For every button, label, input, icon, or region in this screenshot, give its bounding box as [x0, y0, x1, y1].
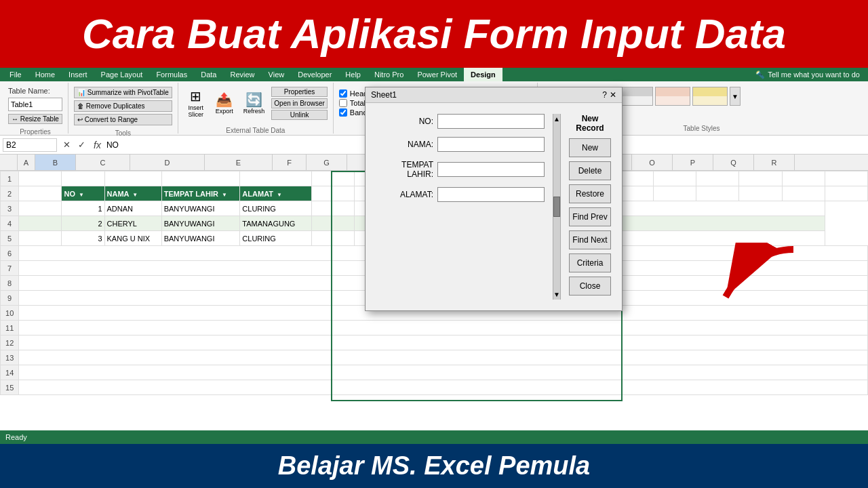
header-row-checkbox[interactable] [339, 89, 347, 98]
tempat-dropdown[interactable]: ▼ [222, 192, 227, 198]
properties-button[interactable]: Properties [271, 87, 327, 97]
export-button[interactable]: 📤 Export [212, 87, 237, 120]
tab-data[interactable]: Data [194, 68, 223, 81]
cell-N1[interactable] [654, 171, 696, 186]
cell-C1[interactable] [104, 171, 161, 186]
style-swatch-3[interactable] [618, 87, 653, 106]
cell-A3[interactable] [19, 201, 62, 216]
col-header-B[interactable]: B [35, 155, 76, 170]
cell-E4[interactable]: TAMANAGUNG [240, 216, 311, 231]
tab-view[interactable]: View [262, 68, 292, 81]
cell-E1[interactable] [240, 171, 311, 186]
style-dropdown-arrow[interactable]: ▼ [730, 87, 741, 106]
col-header-E[interactable]: E [205, 155, 273, 170]
cell-E3[interactable]: CLURING [240, 201, 311, 216]
dialog-scrollbar[interactable]: ▲ ▼ [553, 114, 561, 300]
cell-P1[interactable] [739, 171, 782, 186]
cell-D3[interactable]: BANYUWANGI [161, 201, 240, 216]
scroll-up-arrow[interactable]: ▲ [553, 115, 560, 123]
col-header-Q[interactable]: Q [713, 155, 754, 170]
cell-reference-box[interactable] [3, 138, 57, 152]
cell-B1[interactable] [62, 171, 104, 186]
tab-help[interactable]: Help [338, 68, 368, 81]
cancel-formula-button[interactable]: ✕ [60, 138, 73, 152]
cell-F2[interactable] [311, 186, 354, 201]
tab-power-pivot[interactable]: Power Pivot [410, 68, 464, 81]
cell-F3[interactable] [311, 201, 354, 216]
cell-C3[interactable]: ADNAN [104, 201, 161, 216]
convert-to-range-button[interactable]: ↩ Convert to Range [74, 114, 172, 125]
delete-button[interactable]: Delete [569, 161, 611, 180]
find-prev-button[interactable]: Find Prev [569, 207, 611, 226]
col-header-F[interactable]: F [273, 155, 307, 170]
new-button[interactable]: New [569, 138, 611, 157]
dialog-help-button[interactable]: ? [602, 90, 607, 100]
close-button[interactable]: Close [569, 277, 611, 296]
cell-A2[interactable] [19, 186, 62, 201]
restore-button[interactable]: Restore [569, 184, 611, 203]
alamat-field-input[interactable] [437, 187, 545, 202]
banded-rows-checkbox[interactable] [339, 108, 347, 117]
insert-slicer-button[interactable]: ⊞ InsertSlicer [184, 87, 208, 120]
cell-D5[interactable]: BANYUWANGI [161, 231, 240, 246]
col-header-D[interactable]: D [130, 155, 205, 170]
open-in-browser-button[interactable]: Open in Browser [271, 98, 327, 108]
cell-C2-nama[interactable]: NAMA ▼ [104, 186, 161, 201]
tab-design[interactable]: Design [464, 68, 502, 81]
tab-file[interactable]: File [3, 68, 28, 81]
cell-row11[interactable] [19, 321, 868, 336]
cell-C4[interactable]: CHERYL [104, 216, 161, 231]
cell-A5[interactable] [19, 231, 62, 246]
cell-O2[interactable] [696, 186, 739, 201]
cell-A1[interactable] [19, 171, 62, 186]
style-swatch-4[interactable] [655, 87, 690, 106]
cell-R2[interactable] [825, 186, 867, 201]
style-swatch-5[interactable] [692, 87, 728, 106]
cell-F1[interactable] [311, 171, 354, 186]
cell-C5[interactable]: KANG U NIX [104, 231, 161, 246]
cell-B3[interactable]: 1 [62, 201, 104, 216]
cell-R1[interactable] [825, 171, 867, 186]
col-header-C[interactable]: C [76, 155, 130, 170]
tab-formulas[interactable]: Formulas [149, 68, 194, 81]
summarize-pivottable-button[interactable]: 📊 Summarize with PivotTable [74, 87, 172, 98]
scroll-down-arrow[interactable]: ▼ [553, 291, 560, 298]
cell-A4[interactable] [19, 216, 62, 231]
cell-row15[interactable] [19, 380, 868, 395]
cell-D2-tempat[interactable]: TEMPAT LAHIR ▼ [161, 186, 240, 201]
col-header-G[interactable]: G [307, 155, 347, 170]
cell-B4[interactable]: 2 [62, 216, 104, 231]
cell-B5[interactable]: 3 [62, 231, 104, 246]
remove-duplicates-button[interactable]: 🗑 Remove Duplicates [74, 100, 172, 112]
confirm-formula-button[interactable]: ✓ [75, 138, 88, 152]
no-field-input[interactable] [437, 114, 545, 129]
tab-nitro-pro[interactable]: Nitro Pro [368, 68, 410, 81]
resize-table-button[interactable]: ↔ Resize Table [8, 114, 62, 124]
tab-developer[interactable]: Developer [291, 68, 338, 81]
unlink-button[interactable]: Unlink [271, 110, 327, 120]
cell-B2-no[interactable]: NO ▼ [62, 186, 104, 201]
cell-D4[interactable]: BANYUWANGI [161, 216, 240, 231]
cell-D1[interactable] [161, 171, 240, 186]
dialog-close-button[interactable]: ✕ [610, 90, 616, 100]
cell-F4[interactable] [311, 216, 354, 231]
tab-review[interactable]: Review [223, 68, 261, 81]
cell-Q2[interactable] [782, 186, 825, 201]
alamat-dropdown[interactable]: ▼ [277, 192, 282, 198]
cell-E5[interactable]: CLURING [240, 231, 311, 246]
refresh-button[interactable]: 🔄 Refresh [241, 87, 268, 120]
cell-O1[interactable] [696, 171, 739, 186]
col-header-A[interactable]: A [18, 155, 35, 170]
cell-row13[interactable] [19, 350, 868, 365]
cell-E2-alamat[interactable]: ALAMAT ▼ [240, 186, 311, 201]
table-name-input[interactable] [8, 98, 62, 111]
find-next-button[interactable]: Find Next [569, 230, 611, 249]
col-header-R[interactable]: R [754, 155, 795, 170]
tempat-field-input[interactable] [437, 162, 545, 177]
scroll-thumb[interactable] [553, 197, 560, 217]
cell-Q1[interactable] [782, 171, 825, 186]
tab-insert[interactable]: Insert [62, 68, 94, 81]
total-row-checkbox[interactable] [339, 99, 347, 107]
tell-me-text[interactable]: Tell me what you want to do [768, 70, 860, 79]
tab-home[interactable]: Home [28, 68, 62, 81]
